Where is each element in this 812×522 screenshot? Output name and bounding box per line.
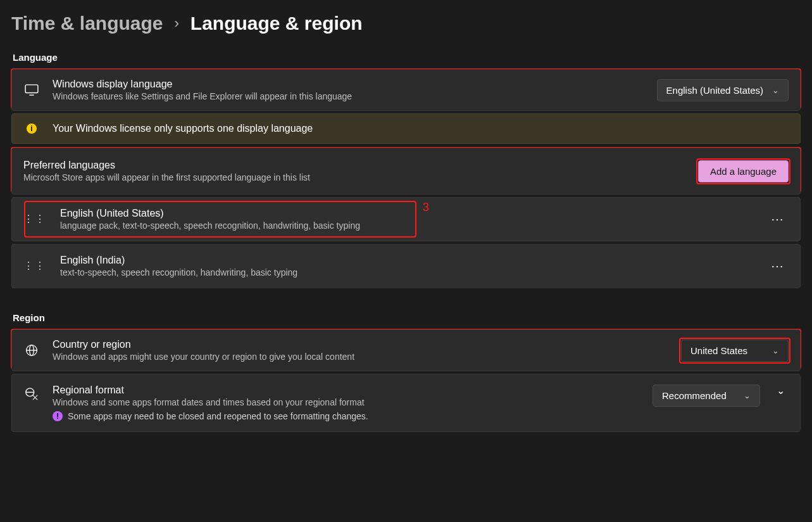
language-row-0[interactable]: ⋮⋮ English (United States) language pack…	[11, 197, 801, 241]
preferred-languages-row: Preferred languages Microsoft Store apps…	[11, 148, 801, 194]
country-title: Country or region	[53, 339, 668, 350]
drag-handle-icon[interactable]: ⋮⋮	[23, 264, 46, 269]
country-row: Country or region Windows and apps might…	[11, 329, 801, 371]
country-dropdown[interactable]: United States ⌄	[681, 340, 789, 362]
more-options-button[interactable]: ⋯	[767, 258, 789, 274]
regional-format-note: Some apps may need to be closed and reop…	[68, 411, 368, 421]
display-language-row: Windows display language Windows feature…	[11, 69, 801, 111]
globe-translate-icon	[23, 387, 40, 401]
expand-chevron-icon[interactable]: ⌄	[773, 385, 789, 397]
language-row-1[interactable]: ⋮⋮ English (India) text-to-speech, speec…	[11, 244, 801, 288]
section-header-language: Language	[13, 52, 801, 63]
chevron-down-icon: ⌄	[772, 346, 779, 355]
breadcrumb-current: Language & region	[191, 13, 363, 34]
chevron-down-icon: ⌄	[772, 86, 779, 95]
display-language-dropdown[interactable]: English (United States) ⌄	[657, 79, 789, 101]
regional-format-row: Regional format Windows and some apps fo…	[11, 374, 801, 432]
display-language-sub: Windows features like Settings and File …	[53, 91, 644, 101]
section-header-region: Region	[13, 312, 801, 323]
country-value: United States	[690, 345, 747, 356]
globe-icon	[23, 344, 40, 357]
drag-handle-icon[interactable]: ⋮⋮	[23, 217, 46, 222]
language-features-1: text-to-speech, speech recognition, hand…	[60, 267, 753, 277]
display-language-value: English (United States)	[666, 85, 763, 96]
more-options-button[interactable]: ⋯	[767, 212, 789, 227]
info-icon: !	[53, 411, 63, 421]
svg-rect-0	[25, 85, 38, 93]
regional-format-value: Recommended	[662, 390, 727, 401]
language-name-0: English (United States)	[60, 208, 753, 219]
language-features-0: language pack, text-to-speech, speech re…	[60, 220, 753, 231]
regional-format-title: Regional format	[53, 385, 640, 396]
regional-format-dropdown[interactable]: Recommended ⌄	[653, 385, 760, 407]
country-sub: Windows and apps might use your country …	[53, 352, 668, 362]
breadcrumb: Time & language › Language & region	[11, 13, 801, 34]
breadcrumb-parent[interactable]: Time & language	[11, 13, 163, 34]
add-language-button[interactable]: Add a language	[698, 160, 789, 182]
preferred-title: Preferred languages	[23, 160, 685, 171]
preferred-sub: Microsoft Store apps will appear in the …	[23, 172, 685, 182]
license-warning-text: Your Windows license only supports one d…	[53, 123, 313, 134]
regional-format-sub: Windows and some apps format dates and t…	[53, 397, 640, 407]
monitor-icon	[23, 84, 40, 96]
license-warning-row: i Your Windows license only supports one…	[11, 113, 801, 144]
warning-icon: i	[27, 124, 37, 134]
chevron-right-icon: ›	[175, 15, 179, 32]
language-name-1: English (India)	[60, 255, 753, 266]
chevron-down-icon: ⌄	[744, 391, 751, 400]
display-language-title: Windows display language	[53, 79, 644, 90]
